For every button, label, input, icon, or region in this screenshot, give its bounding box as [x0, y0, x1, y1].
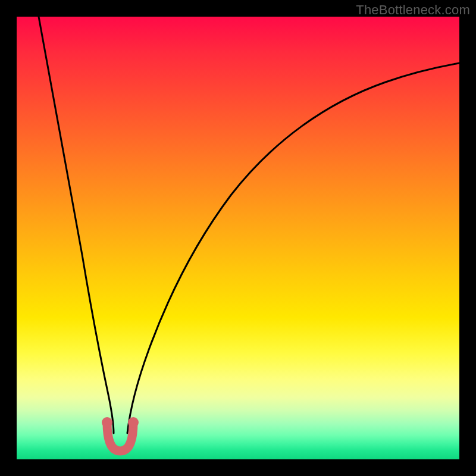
chart-gradient-background [17, 17, 459, 459]
watermark-text: TheBottleneck.com [356, 2, 470, 18]
chart-frame [17, 17, 459, 459]
